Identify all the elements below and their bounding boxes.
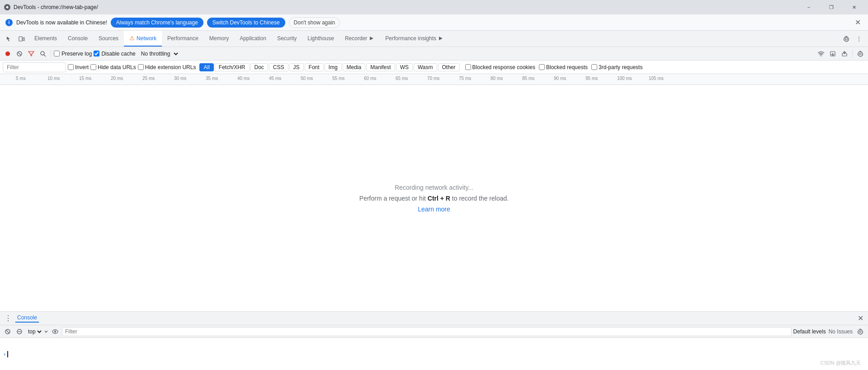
record-button[interactable] [3, 49, 13, 59]
timeline-tick: 50 ms [301, 76, 313, 81]
hide-extension-urls-checkbox[interactable]: Hide extension URLs [138, 64, 196, 70]
timeline-tick: 65 ms [396, 76, 408, 81]
filter-tags: AllFetch/XHRDocCSSJSFontImgMediaManifest… [199, 63, 459, 71]
filter-tag-img[interactable]: Img [325, 63, 342, 71]
timeline-tick: 70 ms [427, 76, 439, 81]
tab-application[interactable]: Application [234, 31, 272, 47]
filter-tag-manifest[interactable]: Manifest [366, 63, 395, 71]
info-icon: i [5, 19, 13, 26]
console-settings-button[interactable] [855, 327, 865, 337]
invert-checkbox[interactable]: Invert [68, 64, 89, 70]
svg-rect-2 [23, 37, 24, 41]
svg-point-21 [859, 331, 861, 333]
title-bar-controls: − ❐ ✕ [798, 0, 864, 14]
tab-network[interactable]: ⚠ Network [124, 31, 162, 47]
filter-tag-other[interactable]: Other [438, 63, 460, 71]
console-menu-button[interactable]: ⋮ [3, 313, 14, 323]
third-party-checkbox[interactable]: 3rd-party requests [591, 64, 642, 70]
minimize-button[interactable]: − [798, 0, 819, 14]
no-issues-badge: No Issues [829, 328, 853, 335]
timeline-tick: 85 ms [522, 76, 534, 81]
blocked-requests-checkbox[interactable]: Blocked requests [539, 64, 588, 70]
clear-button[interactable] [14, 49, 24, 59]
tab-sources[interactable]: Sources [93, 31, 124, 47]
tab-console[interactable]: Console [62, 31, 93, 47]
more-options-button[interactable]: ⋮ [854, 33, 864, 44]
timeline-tick: 40 ms [237, 76, 250, 81]
device-toolbar-button[interactable] [16, 33, 27, 44]
match-language-button[interactable]: Always match Chrome's language [111, 18, 203, 28]
watermark: CSDN @随风九天 [821, 360, 861, 366]
settings-button[interactable] [841, 33, 852, 44]
svg-point-20 [54, 331, 56, 333]
preserve-log-checkbox[interactable]: Preserve log [54, 51, 92, 57]
timeline-tick: 25 ms [142, 76, 155, 81]
cursor-tool-button[interactable] [4, 33, 14, 44]
svg-point-9 [821, 56, 821, 56]
timeline-tick: 30 ms [174, 76, 186, 81]
tab-security[interactable]: Security [272, 31, 302, 47]
timeline-tick: 75 ms [459, 76, 471, 81]
disable-cache-checkbox[interactable]: Disable cache [94, 51, 135, 57]
notification-bar: i DevTools is now available in Chinese! … [0, 14, 868, 31]
hide-data-urls-checkbox[interactable]: Hide data URLs [90, 64, 136, 70]
filter-tag-font[interactable]: Font [305, 63, 324, 71]
throttling-select[interactable]: No throttling [137, 49, 179, 58]
devtools-main: Elements Console Sources ⚠ Network Perfo… [0, 31, 868, 370]
filter-tag-js[interactable]: JS [289, 63, 304, 71]
eye-button[interactable] [50, 327, 60, 337]
timeline-tick: 15 ms [79, 76, 91, 81]
dont-show-again-button[interactable]: Don't show again [289, 17, 340, 28]
search-button[interactable] [38, 49, 48, 59]
filter-tag-fetch/xhr[interactable]: Fetch/XHR [215, 63, 250, 71]
svg-line-16 [6, 330, 9, 333]
svg-rect-1 [19, 37, 22, 41]
cursor-line[interactable] [7, 351, 8, 357]
main-content: Recording network activity... Perform a … [0, 85, 868, 311]
console-close-button[interactable]: ✕ [856, 313, 865, 323]
console-body: › [0, 338, 868, 370]
recording-text: Recording network activity... [395, 184, 473, 191]
filter-input[interactable] [3, 62, 66, 72]
network-settings-button[interactable] [855, 49, 865, 59]
blocked-cookies-checkbox[interactable]: Blocked response cookies [465, 64, 535, 70]
console-clear-button[interactable] [3, 327, 13, 337]
filter-tag-wasm[interactable]: Wasm [414, 63, 437, 71]
tab-memory[interactable]: Memory [204, 31, 234, 47]
tab-lighthouse[interactable]: Lighthouse [302, 31, 340, 47]
filter-tag-ws[interactable]: WS [396, 63, 413, 71]
tab-performance[interactable]: Performance [162, 31, 204, 47]
learn-more-link[interactable]: Learn more [418, 206, 450, 213]
svg-point-3 [845, 37, 848, 40]
filter-tag-media[interactable]: Media [343, 63, 366, 71]
filter-tag-css[interactable]: CSS [269, 63, 288, 71]
filter-tag-doc[interactable]: Doc [250, 63, 268, 71]
console-tab-label[interactable]: Console [15, 314, 39, 323]
console-tab-bar: ⋮ Console ✕ [0, 312, 868, 325]
tab-performance-insights[interactable]: Performance insights [380, 31, 449, 47]
console-filter-input[interactable] [62, 327, 792, 336]
tab-recorder[interactable]: Recorder [340, 31, 380, 47]
text-cursor [7, 351, 8, 357]
timeline-tick: 10 ms [47, 76, 60, 81]
close-window-button[interactable]: ✕ [844, 0, 864, 14]
timeline-tick: 95 ms [585, 76, 598, 81]
switch-to-chinese-button[interactable]: Switch DevTools to Chinese [207, 18, 285, 28]
timeline-tick: 80 ms [491, 76, 503, 81]
svg-line-8 [44, 55, 46, 56]
filter-button[interactable] [26, 49, 36, 59]
filter-checks: Blocked response cookies Blocked request… [465, 64, 643, 70]
timeline-header: 5 ms10 ms15 ms20 ms25 ms30 ms35 ms40 ms4… [0, 74, 868, 85]
filter-tag-all[interactable]: All [199, 63, 213, 71]
tab-list: Elements Console Sources ⚠ Network Perfo… [29, 31, 837, 47]
toolbar-right [816, 49, 865, 59]
restore-button[interactable]: ❐ [821, 0, 842, 14]
default-levels-select[interactable]: Default levels [793, 328, 826, 335]
export-har-button[interactable] [840, 49, 849, 59]
tab-elements[interactable]: Elements [29, 31, 62, 47]
notification-close-button[interactable]: ✕ [853, 16, 863, 28]
import-har-button[interactable] [828, 49, 838, 59]
wifi-button[interactable] [816, 49, 826, 59]
context-select[interactable]: top [26, 328, 43, 335]
console-filter-toggle[interactable] [14, 327, 24, 337]
